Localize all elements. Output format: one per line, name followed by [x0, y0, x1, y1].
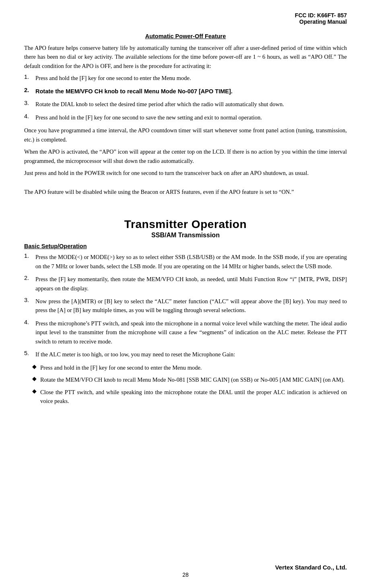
apo-step-4: 4. Press and hold in the [F] key for one… — [24, 113, 347, 122]
tx-step-3: 3. Now press the [A](MTR) or [B] key to … — [24, 297, 347, 315]
page-footer: Vertex Standard Co., Ltd. 28 — [0, 564, 371, 578]
apo-section-title: Automatic Power-Off Feature — [24, 33, 347, 39]
tx-sub-step-2-text: Rotate the MEM/VFO CH knob to recall Men… — [40, 375, 347, 384]
apo-paragraph-1: The APO feature helps conserve battery l… — [24, 43, 347, 70]
tx-step-4-text: Press the microphone’s PTT switch, and s… — [35, 319, 347, 346]
apo-step-4-text: Press and hold in the [F] key for one se… — [35, 113, 347, 122]
tx-step-2: 2. Press the [F] key momentarily, then r… — [24, 275, 347, 293]
tx-step-4: 4. Press the microphone’s PTT switch, an… — [24, 319, 347, 346]
fcc-id-text: FCC ID: K66FT- 857 — [24, 12, 347, 19]
tx-step-2-num: 2. — [24, 275, 35, 281]
tx-sub-step-3: ◆ Close the PTT switch, and while speaki… — [32, 388, 347, 406]
apo-note: The APO feature will be disabled while u… — [24, 187, 347, 196]
basic-setup-header: Basic Setup/Operation — [24, 243, 347, 249]
tx-step-5-text: If the ALC meter is too high, or too low… — [35, 350, 347, 359]
apo-step-1-text: Press and hold the [F] key for one secon… — [35, 74, 347, 82]
tx-step-3-num: 3. — [24, 297, 35, 303]
apo-paragraph-2: Once you have programmed a time interval… — [24, 126, 347, 144]
tx-sub-bullet-1: ◆ — [32, 363, 40, 370]
tx-step-1-text: Press the MODE(<) or MODE(>) key so as t… — [35, 253, 347, 271]
tx-step-1-num: 1. — [24, 253, 35, 259]
apo-step-2-text: Rotate the MEM/VFO CH knob to recall Men… — [35, 87, 347, 96]
tx-step-4-num: 4. — [24, 319, 35, 325]
apo-paragraph-3: When the APO is activated, the “APO” ico… — [24, 147, 347, 165]
apo-step-1: 1. Press and hold the [F] key for one se… — [24, 74, 347, 82]
apo-step-3: 3. Rotate the DIAL knob to select the de… — [24, 100, 347, 109]
tx-step-1: 1. Press the MODE(<) or MODE(>) key so a… — [24, 253, 347, 271]
operating-manual-text: Operating Manual — [24, 19, 347, 25]
tx-step-2-text: Press the [F] key momentarily, then rota… — [35, 275, 347, 293]
page-number: 28 — [0, 572, 371, 578]
page-header: FCC ID: K66FT- 857 Operating Manual — [24, 12, 347, 25]
tx-sub-step-1-text: Press and hold in the [F] key for one se… — [40, 363, 347, 372]
tx-step-5: 5. If the ALC meter is too high, or too … — [24, 350, 347, 359]
apo-step-4-num: 4. — [24, 113, 35, 119]
apo-paragraph-4: Just press and hold in the POWER switch … — [24, 169, 347, 177]
transmitter-sub-title: SSB/AM Transmission — [24, 232, 347, 239]
tx-sub-step-3-text: Close the PTT switch, and while speaking… — [40, 388, 347, 406]
tx-sub-steps: ◆ Press and hold in the [F] key for one … — [32, 363, 347, 406]
tx-sub-bullet-3: ◆ — [32, 388, 40, 394]
apo-step-2: 2. Rotate the MEM/VFO CH knob to recall … — [24, 87, 347, 96]
tx-step-3-text: Now press the [A](MTR) or [B] key to sel… — [35, 297, 347, 315]
tx-sub-bullet-2: ◆ — [32, 375, 40, 382]
apo-step-2-num: 2. — [24, 87, 35, 93]
tx-sub-step-2: ◆ Rotate the MEM/VFO CH knob to recall M… — [32, 375, 347, 384]
tx-sub-step-1: ◆ Press and hold in the [F] key for one … — [32, 363, 347, 372]
transmitter-main-title: Transmitter Operation — [24, 218, 347, 231]
apo-step-3-num: 3. — [24, 100, 35, 106]
apo-step-1-num: 1. — [24, 74, 35, 80]
company-name: Vertex Standard Co., Ltd. — [0, 564, 371, 571]
apo-step-3-text: Rotate the DIAL knob to select the desir… — [35, 100, 347, 109]
tx-step-5-num: 5. — [24, 350, 35, 356]
